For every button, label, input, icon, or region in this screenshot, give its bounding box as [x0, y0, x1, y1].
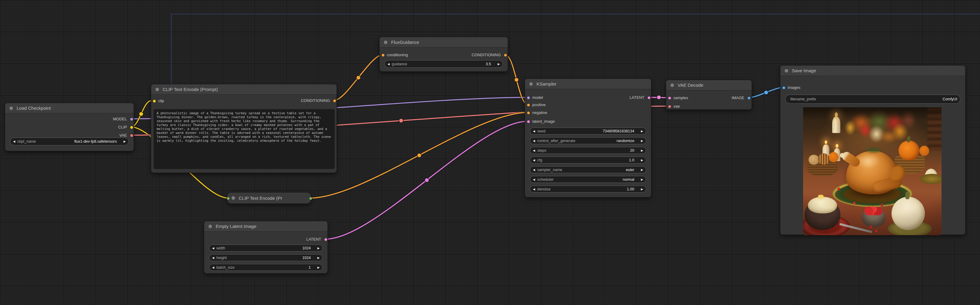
increment-arrow-icon[interactable]: ▶	[641, 178, 643, 181]
node-collapse-icon[interactable]	[208, 224, 212, 229]
node-collapse-icon[interactable]	[9, 106, 13, 110]
decrement-arrow-icon[interactable]: ◀	[212, 256, 214, 259]
decrement-arrow-icon[interactable]: ◀	[212, 266, 214, 269]
increment-arrow-icon[interactable]: ▶	[641, 130, 643, 133]
widget-label: denoise	[537, 187, 550, 191]
node-collapse-icon[interactable]	[529, 82, 533, 86]
node-titlebar-save-image[interactable]: Save Image	[780, 66, 965, 76]
increment-arrow-icon[interactable]: ▶	[641, 149, 643, 152]
node-save-image[interactable]: Save Imageimagesfilename_prefixComfyUI	[780, 65, 966, 235]
decrement-arrow-icon[interactable]: ◀	[533, 168, 535, 171]
vae-link-midpoint-dot[interactable]	[399, 119, 403, 123]
input-port-images-icon[interactable]	[782, 86, 786, 90]
node-flux-guidance[interactable]: FluxGuidanceconditioningCONDITIONING◀gui…	[379, 37, 508, 72]
output-port-CONDITIONING-icon[interactable]	[333, 99, 336, 103]
node-titlebar-clip-text-encode-prompt[interactable]: CLIP Text Encode (Prompt)	[151, 84, 337, 95]
clip-to-prompt-link-midpoint-dot[interactable]	[139, 112, 143, 116]
increment-arrow-icon[interactable]: ▶	[641, 168, 643, 171]
decrement-arrow-icon[interactable]: ◀	[533, 139, 535, 142]
output-port-CLIP-icon[interactable]	[130, 126, 133, 129]
decrement-arrow-icon[interactable]: ◀	[533, 159, 535, 162]
increment-arrow-icon[interactable]: ▶	[641, 139, 643, 142]
decrement-arrow-icon[interactable]: ◀	[212, 247, 214, 250]
increment-arrow-icon[interactable]: ▶	[641, 159, 643, 162]
widget-seed[interactable]: ◀seed734809581638134▶	[530, 128, 646, 134]
image-to-save-link-midpoint-dot[interactable]	[764, 90, 768, 95]
widget-ckpt_name[interactable]: ◀ckpt_nameflux1-dev-fp8.safetensors▶	[10, 137, 129, 145]
widget-label: steps	[537, 149, 546, 153]
input-port-clip-icon[interactable]	[153, 100, 156, 103]
widget-value: 20	[630, 149, 634, 153]
widget-denoise[interactable]: ◀denoise1.00▶	[530, 186, 646, 193]
node-titlebar-vae-decode[interactable]: VAE Decode	[666, 80, 752, 90]
latent-to-samples-link-midpoint-dot[interactable]	[657, 95, 661, 100]
decrement-arrow-icon[interactable]: ◀	[533, 149, 535, 152]
widget-height[interactable]: ◀height1024▶	[209, 254, 323, 261]
input-port-negative-icon[interactable]	[527, 111, 530, 115]
widget-value: ComfyUI	[942, 97, 957, 101]
node-collapse-icon[interactable]	[784, 69, 789, 73]
decrement-arrow-icon[interactable]: ◀	[387, 63, 390, 66]
negative-conditioning-link-midpoint-dot[interactable]	[417, 153, 422, 158]
widget-scheduler[interactable]: ◀schedulernormal▶	[530, 176, 646, 183]
node-graph-canvas[interactable]: Load CheckpointMODELCLIPVAE◀ckpt_nameflu…	[0, 0, 980, 305]
widget-cfg[interactable]: ◀cfg1.0▶	[530, 156, 646, 164]
increment-arrow-icon[interactable]: ▶	[498, 63, 500, 66]
widget-steps[interactable]: ◀steps20▶	[530, 147, 646, 154]
widget-value: normal	[622, 177, 634, 182]
widget-width[interactable]: ◀width1024▶	[209, 245, 323, 251]
node-titlebar-clip-text-encode-collapsed[interactable]: CLIP Text Encode (Pr	[227, 193, 311, 204]
guidance-to-positive-link-midpoint-dot[interactable]	[514, 78, 519, 82]
widget-value: euler	[626, 168, 634, 172]
node-clip-text-encode-collapsed[interactable]: CLIP Text Encode (Pr	[227, 192, 311, 204]
decrement-arrow-icon[interactable]: ◀	[13, 140, 15, 143]
decrement-arrow-icon[interactable]: ◀	[533, 178, 535, 181]
input-port-samples-icon[interactable]	[668, 96, 671, 100]
node-collapse-icon[interactable]	[231, 196, 235, 200]
output-port-MODEL-icon[interactable]	[130, 118, 133, 121]
conditioning-to-guidance-link-midpoint-dot[interactable]	[356, 76, 361, 80]
output-port-clip-text-encode-collapsed-icon[interactable]	[309, 197, 312, 200]
widget-value: 1024	[302, 256, 311, 260]
node-load-checkpoint[interactable]: Load CheckpointMODELCLIPVAE◀ckpt_nameflu…	[5, 103, 134, 151]
node-titlebar-ksampler[interactable]: KSampler	[525, 79, 651, 89]
node-clip-text-encode-prompt[interactable]: CLIP Text Encode (Prompt)clipCONDITIONIN…	[151, 84, 337, 173]
increment-arrow-icon[interactable]: ▶	[318, 256, 320, 259]
widget-value: 1.0	[629, 158, 634, 162]
output-port-CONDITIONING-icon[interactable]	[504, 54, 507, 57]
node-collapse-icon[interactable]	[383, 40, 388, 44]
input-port-vae-icon[interactable]	[668, 105, 671, 108]
prompt-textarea[interactable]: A photorealistic image of a Thanksgiving…	[154, 109, 335, 169]
node-empty-latent-image[interactable]: Empty Latent ImageLATENT◀width1024▶◀heig…	[204, 221, 328, 273]
widget-value: 1024	[302, 246, 311, 250]
output-port-LATENT-icon[interactable]	[324, 238, 328, 241]
input-port-clip-text-encode-collapsed-icon[interactable]	[227, 197, 230, 200]
increment-arrow-icon[interactable]: ▶	[124, 140, 126, 143]
node-titlebar-flux-guidance[interactable]: FluxGuidance	[380, 37, 508, 47]
node-titlebar-empty-latent-image[interactable]: Empty Latent Image	[204, 221, 328, 232]
widget-value: 1	[309, 265, 311, 270]
increment-arrow-icon[interactable]: ▶	[318, 247, 320, 250]
widget-batch_size[interactable]: ◀batch_size1▶	[209, 264, 323, 271]
increment-arrow-icon[interactable]: ▶	[641, 188, 643, 191]
widget-control_after_generate[interactable]: ◀control_after_generaterandomize▶	[530, 137, 646, 144]
node-vae-decode[interactable]: VAE DecodesamplesvaeIMAGE	[666, 80, 752, 110]
widget-guidance[interactable]: ◀guidance3.5▶	[384, 60, 503, 68]
node-ksampler[interactable]: KSamplermodelpositivenegativelatent_imag…	[525, 79, 651, 198]
node-collapse-icon[interactable]	[155, 87, 159, 92]
output-port-VAE-icon[interactable]	[130, 134, 133, 137]
decrement-arrow-icon[interactable]: ◀	[533, 130, 535, 133]
input-port-conditioning-icon[interactable]	[382, 54, 385, 57]
node-titlebar-load-checkpoint[interactable]: Load Checkpoint	[5, 103, 134, 113]
output-port-LATENT-icon[interactable]	[648, 96, 651, 100]
input-port-latent_image-icon[interactable]	[527, 120, 530, 123]
widget-sampler_name[interactable]: ◀sampler_nameeuler▶	[530, 166, 646, 173]
decrement-arrow-icon[interactable]: ◀	[533, 188, 535, 191]
input-port-model-icon[interactable]	[527, 96, 530, 100]
node-collapse-icon[interactable]	[670, 83, 675, 87]
widget-filename_prefix[interactable]: filename_prefixComfyUI	[785, 95, 960, 104]
input-port-positive-icon[interactable]	[527, 103, 530, 107]
latent-link-midpoint-dot[interactable]	[425, 178, 429, 182]
output-port-IMAGE-icon[interactable]	[747, 96, 751, 100]
increment-arrow-icon[interactable]: ▶	[318, 266, 320, 269]
